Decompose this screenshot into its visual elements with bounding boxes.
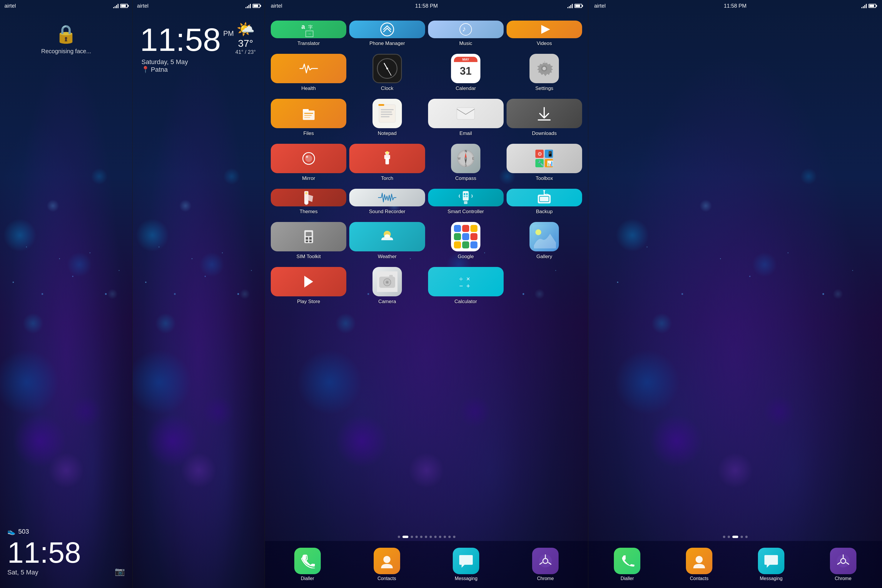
app-calendar[interactable]: MAY 31 Calendar [427,51,505,94]
app-smartctrl[interactable]: Smart Controller [427,186,505,218]
svg-text:📱: 📱 [547,151,554,157]
app-simtoolkit[interactable]: SIM Toolkit [269,219,348,262]
app-google[interactable]: Google [427,219,505,262]
extra-status-time: 11:58 PM [724,3,747,9]
app-phonemanager[interactable]: Phone Manager [348,18,426,50]
extra-dock-chrome-label: Chrome [835,576,851,581]
app-backup[interactable]: Backup [505,186,584,218]
smartctrl-icon [428,189,504,206]
notepad-icon-bg [372,99,402,128]
app-toolbox[interactable]: ⚙ 📱 🔧 📊 Toolbox [505,141,584,184]
dock-dialler[interactable]: Dialler [294,548,321,581]
calculator-icon-bg: ÷ × − + [428,267,504,296]
svg-text:×: × [466,275,470,282]
app-themes[interactable]: Themes [269,186,348,218]
app-translator[interactable]: a 字 → Translator [269,18,348,50]
extra-dock-chrome[interactable]: Chrome [830,548,856,581]
dock-chrome[interactable]: Chrome [532,548,559,581]
svg-text:字: 字 [308,25,313,30]
clock-bg [133,0,265,588]
step-counter: 👟 503 [8,528,125,536]
svg-rect-12 [304,113,313,114]
app-camera[interactable]: Camera [348,264,426,308]
app-soundrec[interactable]: Sound Recorder [348,186,426,218]
extra-bg [588,0,882,588]
backup-icon-bg [507,189,582,206]
svg-point-9 [542,67,546,70]
compass-icon-bg: N S W E [451,144,480,173]
compass-icon: N S W E [451,144,480,173]
clock-label: Clock [381,86,394,92]
dock-messaging[interactable]: Messaging [453,548,479,581]
app-music[interactable]: ♪ Music [427,18,505,50]
dock-contacts[interactable]: Contacts [374,548,400,581]
app-downloads[interactable]: Downloads [505,96,584,140]
app-calculator[interactable]: ÷ × − + Calculator [427,264,505,308]
torch-label: Torch [381,176,393,182]
clock-digits: 11:58 [140,24,221,56]
app-settings[interactable]: Settings [505,51,584,94]
app-torch[interactable]: Torch [348,141,426,184]
app-files[interactable]: Files [269,96,348,140]
lock-camera-shortcut[interactable]: 📷 [115,567,125,576]
svg-text:⚙: ⚙ [537,151,542,157]
extra-dot-1 [723,536,725,538]
signal-icon [113,3,118,8]
weather-app-icon [349,222,425,251]
app-playstore[interactable]: Play Store [269,264,348,308]
app-weather[interactable]: Weather [348,219,426,262]
dock-contacts-label: Contacts [378,576,396,581]
svg-text:a: a [302,23,305,30]
svg-rect-63 [306,240,308,242]
dock-dialler-label: Dialler [301,576,314,581]
extra-panel: airtel 11:58 PM Dialler [588,0,882,588]
clock-min-hand [387,69,392,76]
app-health[interactable]: Health [269,51,348,94]
app-compass[interactable]: N S W E Compass [427,141,505,184]
svg-rect-20 [381,116,390,117]
steps-count: 503 [18,528,29,536]
torch-icon-bg [349,144,425,173]
smartctrl-label: Smart Controller [447,209,484,214]
clock-ampm: PM [223,29,234,38]
extra-dock-messaging[interactable]: Messaging [758,548,784,581]
videos-label: Videos [537,40,552,46]
signal-icon-2 [246,3,251,8]
settings-icon-bg [530,54,559,83]
files-label: Files [303,130,314,136]
extra-dock-dialler[interactable]: Dialler [614,548,640,581]
app-notepad[interactable]: Notepad [348,96,426,140]
svg-rect-18 [381,111,392,112]
google-icon-bg [451,222,480,251]
soundrec-label: Sound Recorder [369,209,405,214]
themes-icon-bg [271,189,346,206]
svg-point-53 [464,193,465,195]
clock-location: 📍 Patna [141,66,257,74]
weather-label: Weather [378,254,397,260]
svg-rect-62 [309,237,312,240]
app-email[interactable]: Email [427,96,505,140]
page-dot-6 [425,536,427,538]
weather-temp: 37° [236,38,256,49]
svg-rect-61 [306,237,308,240]
svg-rect-13 [304,115,312,116]
google-label: Google [458,254,474,260]
app-clock[interactable]: Clock [348,51,426,94]
weather-sun-icon: 🌤️ [236,21,256,38]
page-dot-10 [444,536,446,538]
app-gallery[interactable]: Gallery [505,219,584,262]
app-mirror[interactable]: Mirror [269,141,348,184]
app-videos[interactable]: Videos [505,18,584,50]
soundrec-icon [349,189,425,206]
messaging-icon [453,548,479,574]
themes-label: Themes [300,209,318,214]
svg-point-81 [543,559,548,563]
signal-icon-3 [567,3,573,8]
svg-text:÷: ÷ [459,275,463,282]
svg-point-67 [536,230,541,235]
extra-dock-contacts[interactable]: Contacts [686,548,712,581]
simtoolkit-icon [271,222,346,251]
clock-date: Saturday, 5 May [141,58,257,66]
battery-icon [120,4,128,8]
soundrec-icon-bg [349,189,425,206]
